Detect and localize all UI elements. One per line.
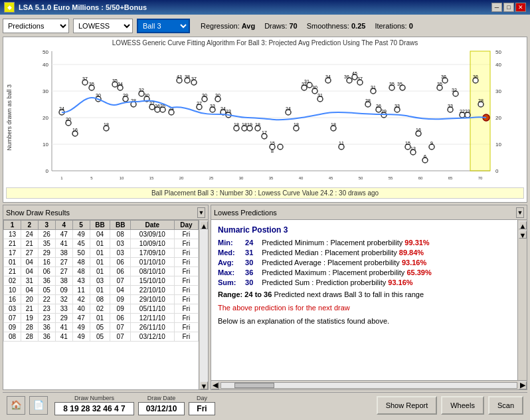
svg-text:40: 40 [299,176,304,180]
table-column-header: 2 [21,221,38,230]
table-scroll[interactable]: 12345BBBBDateDay 1324264749040803/09/10F… [3,220,199,389]
svg-text:45: 45 [352,71,357,76]
svg-text:29: 29 [381,109,387,114]
svg-text:60: 60 [418,176,423,180]
table-cell: 06 [110,267,131,276]
home-button[interactable]: 🏠 [7,396,25,415]
svg-text:24: 24 [221,106,226,111]
table-cell: 08/10/10 [130,267,174,276]
table-cell: 04 [90,230,110,239]
table-column-header: BB [90,221,110,230]
predictions-select[interactable]: Predictions [3,19,69,33]
table-cell: 08 [110,230,131,239]
smoothness-label: Smoothness: 0.25 [307,22,366,30]
table-row[interactable]: 1004050911010422/10/10Fri [4,286,199,295]
svg-text:0: 0 [46,168,49,174]
table-row[interactable]: 0828364149050703/12/10Fri [4,332,199,342]
table-cell: 06 [38,267,55,276]
svg-text:11: 11 [339,141,344,146]
table-row[interactable]: 1727293850010317/09/10Fri [4,249,199,258]
table-cell: 15/10/10 [130,276,174,286]
table-cell: Fri [174,249,198,258]
show-report-button[interactable]: Show Report [377,396,438,415]
svg-text:55: 55 [389,176,393,180]
table-row[interactable]: 1324264749040803/09/10Fri [4,230,199,239]
svg-text:22: 22 [460,109,465,114]
svg-text:50: 50 [43,49,48,55]
ball-select[interactable]: Ball 3 [137,19,190,33]
svg-text:33: 33 [210,104,215,108]
table-cell: 29 [38,249,55,258]
table-column-header: 5 [72,221,90,230]
svg-text:18: 18 [255,122,260,127]
scan-button[interactable]: Scan [488,396,523,415]
svg-text:30: 30 [215,93,221,98]
svg-text:30: 30 [495,88,501,94]
table-cell: Fri [174,276,198,286]
svg-text:35: 35 [269,176,274,180]
predictions-scrollbar[interactable]: ▲ ▼ [517,220,527,380]
predictions-panel-dropdown[interactable]: ▼ [516,207,524,218]
svg-text:31: 31 [371,85,376,90]
draw-date-section: Draw Date 03/12/10 [138,395,185,415]
table-panel-header: Show Draw Results ▼ [3,205,208,220]
minimize-button[interactable]: ─ [491,3,502,12]
predictions-h-scrollbar[interactable]: ◀ ▶ [211,380,527,389]
svg-text:13: 13 [410,146,416,151]
table-cell: 03/09/10 [130,230,174,239]
svg-text:23: 23 [226,109,231,114]
table-panel-dropdown[interactable]: ▼ [197,207,205,218]
svg-text:20: 20 [179,176,184,180]
draw-day-section: Day Fri [189,395,215,415]
svg-text:35: 35 [397,82,402,86]
prediction-row: Avg: 30 Predicted Average : Placement pr… [218,259,511,266]
svg-text:16: 16 [416,128,421,132]
prediction-row: Med: 31 Predicted Median : Placement pro… [218,249,511,257]
table-row[interactable]: 0231363843030715/10/10Fri [4,276,199,286]
table-cell: 26/11/10 [130,323,174,332]
table-cell: 04 [21,286,38,295]
table-cell: Fri [174,323,198,332]
maximize-button[interactable]: □ [503,3,514,12]
table-cell: 23 [38,314,55,323]
table-cell: 09 [55,286,72,295]
svg-text:1: 1 [60,176,63,180]
table-cell: 06 [110,258,131,267]
table-cell: 45 [72,239,90,249]
chart-svg: 0 10 20 30 40 50 0 10 20 30 40 50 [15,48,527,184]
draw-day-label: Day [197,395,207,401]
close-button[interactable]: ✕ [515,3,526,12]
table-row[interactable]: 0104162748010601/10/10Fri [4,258,199,267]
table-cell: Fri [174,230,198,239]
svg-text:33: 33 [395,104,400,108]
table-cell: 01 [90,314,110,323]
table-cell: 48 [72,267,90,276]
table-scrollbar[interactable]: ▲ ▼ [199,220,208,389]
table-cell: 41 [55,323,72,332]
svg-text:5: 5 [90,176,93,180]
svg-text:50: 50 [495,49,501,55]
table-cell: 07 [110,323,131,332]
table-cell: 17 [4,249,21,258]
table-row[interactable]: 0719232947010612/11/10Fri [4,314,199,323]
svg-text:26: 26 [155,104,160,108]
svg-text:40: 40 [495,62,501,68]
table-row[interactable]: 2104062748010608/10/10Fri [4,267,199,276]
wheels-button[interactable]: Wheels [441,396,484,415]
table-cell: 29 [55,314,72,323]
table-row[interactable]: 0928364149050726/11/10Fri [4,323,199,332]
svg-point-83 [278,144,283,150]
table-row[interactable]: 0321233340020905/11/10Fri [4,304,199,314]
svg-text:24: 24 [286,106,291,111]
method-select[interactable]: LOWESS [73,19,133,33]
prediction-row: Sum: 30 Predicted Sum : Prediction probe… [218,278,511,286]
title-bar: ◆ LSA 5.1.0 Euro Millions : 5/50+Bonus ─… [0,0,530,15]
table-cell: 47 [55,230,72,239]
document-button[interactable]: 📄 [29,396,48,415]
table-cell: 28 [21,323,38,332]
table-row[interactable]: 2121354145010310/09/10Fri [4,239,199,249]
svg-text:30: 30 [96,93,101,98]
table-row[interactable]: 1620223242080929/10/10Fri [4,295,199,304]
table-cell: 21 [21,239,38,249]
svg-text:18: 18 [104,122,109,127]
